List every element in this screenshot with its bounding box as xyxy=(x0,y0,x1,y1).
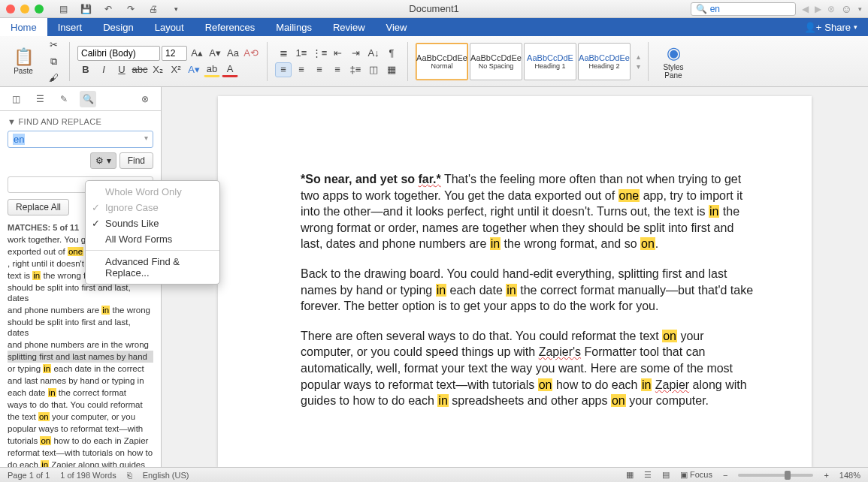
style-scroll-up-icon[interactable]: ▴ xyxy=(637,53,640,61)
style-normal[interactable]: AaBbCcDdEeNormal xyxy=(416,43,468,80)
grow-font-icon[interactable]: A▴ xyxy=(189,46,205,61)
match-line[interactable]: should be split into first and last, dat… xyxy=(8,316,153,339)
redo-icon[interactable]: ↷ xyxy=(125,3,137,15)
page-indicator[interactable]: Page 1 of 1 xyxy=(8,471,50,480)
menu-item-advanced-find[interactable]: Advanced Find & Replace... xyxy=(86,254,219,281)
zoom-thumb[interactable] xyxy=(785,471,791,480)
match-line[interactable]: splitting first and last names by hand xyxy=(8,351,153,363)
feedback-icon[interactable]: ☺ xyxy=(841,2,852,15)
paragraph-1[interactable]: *So near, and yet so far.* That's the fe… xyxy=(301,171,759,252)
tab-design[interactable]: Design xyxy=(92,18,144,36)
view-print-layout-icon[interactable]: ▦ xyxy=(626,470,634,480)
zoom-out-button[interactable]: − xyxy=(723,471,727,480)
bold-button[interactable]: B xyxy=(77,62,94,77)
spellcheck-icon[interactable]: ⎗ xyxy=(127,471,132,480)
dropdown-icon[interactable]: ▾ xyxy=(144,134,148,142)
sidebar-tab-thumbnails[interactable]: ◫ xyxy=(8,91,24,107)
tab-view[interactable]: View xyxy=(376,18,418,36)
match-line[interactable]: each date in the correct format xyxy=(8,387,153,399)
sidebar-close-icon[interactable]: ⊗ xyxy=(137,91,153,107)
match-line[interactable]: should be split into first and last, dat… xyxy=(8,282,153,304)
sidebar-tab-outline[interactable]: ☰ xyxy=(32,91,48,107)
tab-home[interactable]: Home xyxy=(0,18,47,36)
format-painter-icon[interactable]: 🖌 xyxy=(45,71,62,86)
underline-button[interactable]: U xyxy=(113,62,130,77)
cut-icon[interactable]: ✂ xyxy=(45,38,62,53)
style-heading-2[interactable]: AaBbCcDdEeHeading 2 xyxy=(578,43,631,80)
tab-layout[interactable]: Layout xyxy=(144,18,195,36)
shading-icon[interactable]: ◫ xyxy=(365,62,382,77)
match-line[interactable]: or typing in each date in the correct xyxy=(8,363,153,375)
align-left-icon[interactable]: ≡ xyxy=(275,62,292,77)
paragraph-3[interactable]: There are often several ways to do that.… xyxy=(301,328,759,409)
indent-right-icon[interactable]: ⇥ xyxy=(347,46,364,61)
highlight-color-icon[interactable]: ab xyxy=(204,62,220,77)
match-line[interactable]: popular ways to reformat text—with xyxy=(8,423,153,435)
justify-icon[interactable]: ≡ xyxy=(329,62,346,77)
match-line[interactable]: the text on your computer, or you xyxy=(8,411,153,423)
align-right-icon[interactable]: ≡ xyxy=(311,62,328,77)
match-line[interactable]: and phone numbers are in the wrong xyxy=(8,304,153,316)
zoom-value[interactable]: 148% xyxy=(839,471,860,480)
menu-item-all-word-forms[interactable]: All Word Forms xyxy=(86,231,219,247)
titlebar-search[interactable]: 🔍 en xyxy=(691,2,796,16)
shrink-font-icon[interactable]: A▾ xyxy=(207,46,223,61)
nav-close-icon[interactable]: ⊗ xyxy=(827,4,835,14)
strike-button[interactable]: abc xyxy=(132,62,148,77)
undo-icon[interactable]: ↶ xyxy=(102,3,114,15)
match-line[interactable]: ways to do that. You could reformat xyxy=(8,399,153,411)
help-dropdown-icon[interactable]: ▾ xyxy=(858,5,862,13)
document-canvas[interactable]: *So near, and yet so far.* That's the fe… xyxy=(162,87,868,467)
minimize-window[interactable] xyxy=(20,5,29,14)
change-case-icon[interactable]: Aa xyxy=(225,46,241,61)
bullets-icon[interactable]: ≣ xyxy=(275,46,292,61)
font-color-icon[interactable]: A xyxy=(222,62,238,77)
tab-review[interactable]: Review xyxy=(322,18,376,36)
borders-icon[interactable]: ▦ xyxy=(383,62,400,77)
autosave-icon[interactable]: ▤ xyxy=(57,3,69,15)
word-count[interactable]: 1 of 198 Words xyxy=(60,471,116,480)
print-icon[interactable]: 🖨 xyxy=(147,3,159,15)
italic-button[interactable]: I xyxy=(95,62,112,77)
menu-item-sounds-like[interactable]: ✓Sounds Like xyxy=(86,215,219,231)
tab-references[interactable]: References xyxy=(195,18,265,36)
language-indicator[interactable]: English (US) xyxy=(143,471,189,480)
nav-prev-icon[interactable]: ◀ xyxy=(802,4,809,14)
qat-dropdown-icon[interactable]: ▾ xyxy=(170,3,182,15)
styles-pane-button[interactable]: ◉ Styles Pane xyxy=(656,44,691,80)
style-scroll-down-icon[interactable]: ▾ xyxy=(637,62,640,71)
numbering-icon[interactable]: 1≡ xyxy=(293,46,310,61)
match-line[interactable]: and phone numbers are in the wrong xyxy=(8,339,153,351)
line-spacing-icon[interactable]: ‡≡ xyxy=(347,62,364,77)
font-size-select[interactable] xyxy=(162,46,187,61)
indent-left-icon[interactable]: ⇤ xyxy=(329,46,346,61)
view-outline-icon[interactable]: ☰ xyxy=(644,470,652,480)
superscript-button[interactable]: X² xyxy=(168,62,184,77)
match-line[interactable]: reformat text—with tutorials on how to xyxy=(8,447,153,459)
match-line[interactable]: and last names by hand or typing in xyxy=(8,375,153,387)
replace-all-button[interactable]: Replace All xyxy=(8,199,69,215)
save-icon[interactable]: 💾 xyxy=(80,3,92,15)
tab-insert[interactable]: Insert xyxy=(47,18,93,36)
sidebar-tab-search[interactable]: 🔍 xyxy=(80,91,96,107)
align-center-icon[interactable]: ≡ xyxy=(293,62,310,77)
show-marks-icon[interactable]: ¶ xyxy=(383,46,400,61)
paste-button[interactable]: 📋 Paste xyxy=(6,47,41,75)
find-input[interactable]: en ▾ xyxy=(8,131,153,148)
find-button[interactable]: Find xyxy=(119,152,153,169)
tab-mailings[interactable]: Mailings xyxy=(265,18,322,36)
maximize-window[interactable] xyxy=(35,5,44,14)
zoom-in-button[interactable]: + xyxy=(824,471,828,480)
style-no-spacing[interactable]: AaBbCcDdEeNo Spacing xyxy=(470,43,522,80)
focus-mode-button[interactable]: ▣ Focus xyxy=(680,470,712,480)
match-line[interactable]: do each in Zapier along with guides to xyxy=(8,459,153,467)
nav-next-icon[interactable]: ▶ xyxy=(815,4,821,14)
style-heading-1[interactable]: AaBbCcDdEHeading 1 xyxy=(524,43,576,80)
multilevel-icon[interactable]: ⋮≡ xyxy=(311,46,328,61)
sidebar-tab-review[interactable]: ✎ xyxy=(56,91,72,107)
subscript-button[interactable]: X₂ xyxy=(150,62,166,77)
clear-format-icon[interactable]: A⟲ xyxy=(243,46,259,61)
zoom-slider[interactable] xyxy=(738,474,813,477)
share-button[interactable]: 👤+ Share ▾ xyxy=(794,18,868,36)
close-window[interactable] xyxy=(6,5,15,14)
